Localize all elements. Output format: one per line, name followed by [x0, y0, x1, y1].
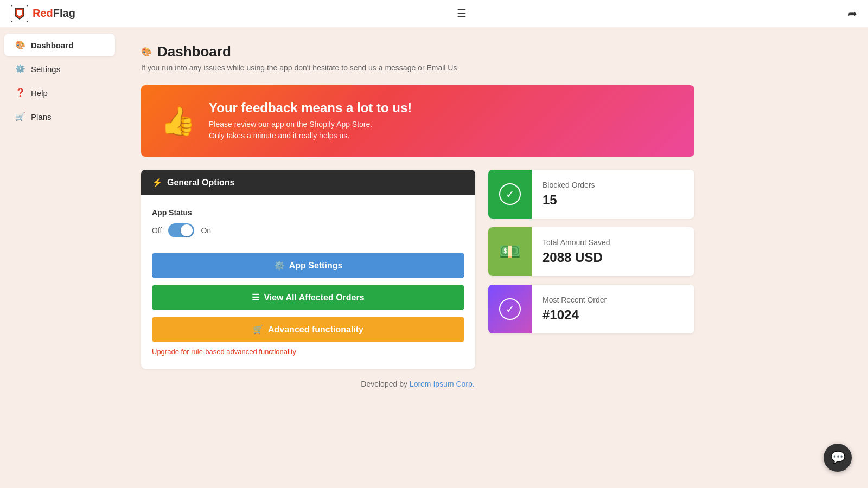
sidebar-item-label: Settings: [31, 65, 60, 74]
sidebar-item-dashboard[interactable]: 🎨 Dashboard: [4, 34, 115, 56]
layout: 🎨 Dashboard ⚙️ Settings ❓ Help 🛒 Plans 🎨…: [0, 0, 868, 488]
blocked-orders-value: 15: [542, 192, 595, 208]
feedback-sub: Please review our app on the Shopify App…: [209, 119, 412, 142]
stat-card-blocked-orders: ✓ Blocked Orders 15: [488, 170, 694, 219]
page-title-icon: 🎨: [141, 47, 152, 57]
logo-text: RedFlag: [33, 7, 75, 20]
blocked-orders-info: Blocked Orders 15: [532, 172, 605, 216]
recent-order-icon-box: ✓: [488, 285, 532, 333]
app-status-toggle[interactable]: [168, 223, 194, 237]
settings-icon: ⚙️: [15, 64, 25, 74]
page-title: Dashboard: [157, 43, 231, 60]
plans-icon: 🛒: [15, 112, 25, 121]
total-saved-title: Total Amount Saved: [542, 238, 610, 247]
footer: Developed by Lorem Ipsum Corp.: [141, 369, 694, 399]
stat-card-recent-order: ✓ Most Recent Order #1024: [488, 285, 694, 333]
top-nav: RedFlag ☰ ➦: [0, 0, 868, 27]
chat-icon: 💬: [831, 451, 845, 465]
signout-icon[interactable]: ➦: [848, 7, 857, 20]
toggle-knob: [181, 224, 193, 236]
feedback-banner[interactable]: 👍 Your feedback means a lot to us! Pleas…: [141, 85, 694, 157]
toggle-row: Off On: [152, 223, 464, 237]
app-status-label: App Status: [152, 208, 464, 217]
feedback-title: Your feedback means a lot to us!: [209, 100, 412, 115]
help-icon: ❓: [15, 88, 25, 98]
blocked-orders-title: Blocked Orders: [542, 181, 595, 189]
settings-btn-icon: ⚙️: [274, 260, 285, 271]
sidebar-item-plans[interactable]: 🛒 Plans: [4, 105, 115, 128]
recent-order-value: #1024: [542, 307, 607, 323]
view-orders-button[interactable]: ☰ View All Affected Orders: [152, 285, 464, 310]
advanced-functionality-button[interactable]: 🛒 Advanced functionality: [152, 317, 464, 342]
app-settings-button[interactable]: ⚙️ App Settings: [152, 253, 464, 278]
footer-link[interactable]: Lorem Ipsum Corp.: [410, 380, 475, 388]
sidebar-item-help[interactable]: ❓ Help: [4, 81, 115, 104]
money-icon: 💵: [499, 241, 521, 262]
upgrade-note: Upgrade for rule-based advanced function…: [152, 348, 464, 356]
feedback-text: Your feedback means a lot to us! Please …: [209, 100, 412, 142]
dashboard-grid: ⚡ General Options App Status Off On ⚙️: [141, 170, 694, 369]
options-body: App Status Off On ⚙️ App Settings ☰: [141, 195, 475, 369]
sidebar-item-label: Dashboard: [31, 41, 73, 50]
sidebar: 🎨 Dashboard ⚙️ Settings ❓ Help 🛒 Plans: [0, 27, 119, 488]
orders-btn-icon: ☰: [252, 292, 259, 303]
sidebar-item-settings[interactable]: ⚙️ Settings: [4, 57, 115, 80]
power-icon: ⚡: [152, 177, 163, 188]
page-subtitle: If you run into any issues while using t…: [141, 63, 694, 72]
toggle-on-label: On: [201, 226, 211, 235]
sidebar-item-label: Plans: [31, 112, 52, 121]
total-saved-value: 2088 USD: [542, 250, 610, 265]
options-card: ⚡ General Options App Status Off On ⚙️: [141, 170, 475, 369]
main-content: 🎨 Dashboard If you run into any issues w…: [119, 27, 716, 488]
advanced-btn-icon: 🛒: [253, 324, 264, 335]
stat-card-total-saved: 💵 Total Amount Saved 2088 USD: [488, 227, 694, 276]
total-saved-info: Total Amount Saved 2088 USD: [532, 229, 621, 274]
page-title-area: 🎨 Dashboard: [141, 43, 694, 60]
stats-column: ✓ Blocked Orders 15 💵 Total Amount Saved…: [488, 170, 694, 333]
options-header: ⚡ General Options: [141, 170, 475, 195]
recent-order-info: Most Recent Order #1024: [532, 287, 617, 331]
sidebar-item-label: Help: [31, 88, 48, 98]
thumbs-up-icon: 👍: [161, 107, 196, 135]
total-saved-icon-box: 💵: [488, 227, 532, 276]
logo-area: RedFlag: [11, 5, 75, 22]
recent-order-title: Most Recent Order: [542, 296, 607, 304]
hamburger-icon[interactable]: ☰: [457, 7, 467, 20]
check-icon: ✓: [499, 183, 521, 205]
check-circle-icon: ✓: [499, 298, 521, 320]
chat-bubble[interactable]: 💬: [824, 444, 852, 472]
toggle-off-label: Off: [152, 226, 162, 235]
dashboard-icon: 🎨: [15, 40, 25, 50]
blocked-orders-icon-box: ✓: [488, 170, 532, 219]
logo-icon: [11, 5, 28, 22]
